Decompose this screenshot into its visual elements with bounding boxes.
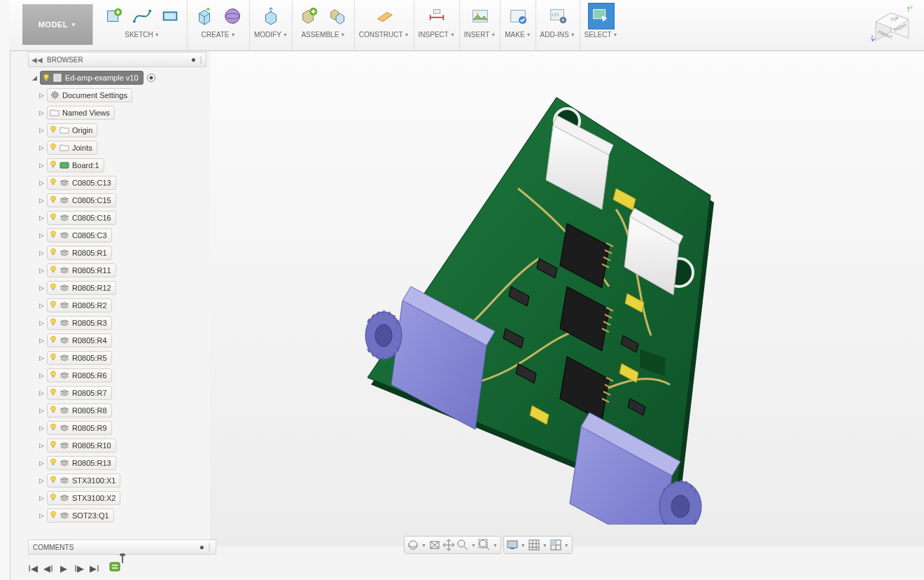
timeline-start-icon[interactable]: I◀ <box>28 563 38 573</box>
lightbulb-icon[interactable] <box>50 352 57 364</box>
expand-icon[interactable]: ▷ <box>38 354 45 361</box>
rectangle-icon[interactable] <box>158 4 183 29</box>
expand-icon[interactable]: ▷ <box>38 424 45 431</box>
timeline-feature[interactable] <box>109 560 122 573</box>
expand-icon[interactable]: ▷ <box>38 162 45 169</box>
tree-item[interactable]: ▷R0805:R11 <box>28 261 206 279</box>
lightbulb-icon[interactable] <box>50 212 57 223</box>
tree-item[interactable]: ▷STX3100:X2 <box>28 489 206 506</box>
fit-icon[interactable] <box>477 538 491 552</box>
lightbulb-icon[interactable] <box>50 230 57 241</box>
browser-header[interactable]: ◀◀ BROWSER ● ┆ <box>28 52 206 67</box>
expand-icon[interactable]: ▷ <box>38 92 45 99</box>
lightbulb-icon[interactable] <box>50 370 57 381</box>
new-component-icon[interactable] <box>297 4 322 29</box>
tree-item[interactable]: ▷R0805:R10 <box>28 436 206 454</box>
collapse-icon[interactable]: ◀◀ <box>31 56 43 64</box>
expand-icon[interactable]: ◢ <box>31 74 38 81</box>
expand-icon[interactable]: ▷ <box>38 442 45 449</box>
press-pull-icon[interactable] <box>258 4 284 29</box>
browser-settings-icon[interactable]: ● <box>191 55 196 64</box>
lightbulb-icon[interactable] <box>50 160 57 171</box>
lightbulb-icon[interactable] <box>50 177 57 188</box>
lightbulb-icon[interactable] <box>50 422 57 434</box>
expand-icon[interactable]: ▷ <box>38 407 45 414</box>
timeline-play-icon[interactable]: ▶ <box>59 563 69 573</box>
comments-resize-handle[interactable]: ┆ <box>207 544 211 551</box>
expand-icon[interactable]: ▷ <box>38 109 45 116</box>
plane-icon[interactable] <box>372 4 397 29</box>
expand-icon[interactable]: ▷ <box>38 267 45 274</box>
lightbulb-icon[interactable] <box>50 475 57 486</box>
expand-icon[interactable]: ▷ <box>38 460 45 467</box>
timeline-step-fwd-icon[interactable]: I▶ <box>74 563 84 573</box>
lightbulb-icon[interactable] <box>50 300 57 311</box>
tree-item[interactable]: ▷R0805:R4 <box>28 331 206 349</box>
spline-icon[interactable] <box>130 4 155 29</box>
pan-icon[interactable] <box>442 538 456 552</box>
lightbulb-icon[interactable] <box>50 247 57 258</box>
zoom-icon[interactable] <box>456 538 470 552</box>
expand-icon[interactable]: ▷ <box>38 127 45 134</box>
activate-radio-icon[interactable] <box>146 73 156 83</box>
expand-icon[interactable]: ▷ <box>38 232 45 239</box>
lightbulb-icon[interactable] <box>50 457 57 469</box>
tree-item[interactable]: ▷R0805:R5 <box>28 349 206 366</box>
lightbulb-icon[interactable] <box>50 282 57 294</box>
tree-item[interactable]: ▷R0805:R8 <box>28 401 206 419</box>
lightbulb-icon[interactable] <box>50 440 57 451</box>
tree-root-row[interactable]: ◢ Ed-amp-example v10 <box>28 69 206 86</box>
select-tool-icon[interactable] <box>588 3 615 29</box>
tree-item[interactable]: ▷C0805:C3 <box>28 226 206 244</box>
tree-item[interactable]: ▷Joints <box>28 139 206 156</box>
workspace-switcher[interactable]: MODEL▼ <box>22 4 93 45</box>
sphere-icon[interactable] <box>220 4 245 29</box>
tree-item[interactable]: ▷Named Views <box>28 104 206 121</box>
tree-item[interactable]: ▷STX3100:X1 <box>28 471 206 489</box>
expand-icon[interactable]: ▷ <box>38 512 45 519</box>
orbit-icon[interactable] <box>406 538 420 552</box>
tree-item[interactable]: ▷R0805:R2 <box>28 296 206 314</box>
expand-icon[interactable]: ▷ <box>38 284 45 291</box>
look-at-icon[interactable] <box>428 538 442 552</box>
expand-icon[interactable]: ▷ <box>38 319 45 326</box>
lightbulb-icon[interactable] <box>50 492 57 504</box>
tree-item[interactable]: ▷C0805:C15 <box>28 191 206 209</box>
expand-icon[interactable]: ▷ <box>38 389 45 396</box>
lightbulb-icon[interactable] <box>50 125 57 136</box>
lightbulb-icon[interactable] <box>50 335 57 346</box>
view-cube[interactable]: Y Z TOP FRONT RIGHT <box>869 3 920 53</box>
expand-icon[interactable]: ▷ <box>38 197 45 204</box>
expand-icon[interactable]: ▷ <box>38 372 45 379</box>
timeline-end-icon[interactable]: ▶I <box>90 563 99 573</box>
lightbulb-icon[interactable] <box>50 195 57 206</box>
tree-item[interactable]: ▷Board:1 <box>28 156 206 174</box>
expand-icon[interactable]: ▷ <box>38 302 45 309</box>
tree-item[interactable]: ▷SOT23:Q1 <box>28 506 206 524</box>
model-viewport[interactable] <box>210 52 924 546</box>
tree-item[interactable]: ▷R0805:R1 <box>28 244 206 261</box>
tree-item[interactable]: ▷R0805:R3 <box>28 314 206 331</box>
comments-settings-icon[interactable]: ● <box>200 542 204 552</box>
browser-resize-handle[interactable]: ┆ <box>199 56 203 64</box>
new-sketch-icon[interactable] <box>102 4 127 29</box>
tree-item[interactable]: ▷R0805:R13 <box>28 454 206 471</box>
expand-icon[interactable]: ▷ <box>38 337 45 344</box>
tree-item[interactable]: ▷R0805:R6 <box>28 366 206 384</box>
grid-settings-icon[interactable] <box>527 538 541 552</box>
expand-icon[interactable]: ▷ <box>38 214 45 221</box>
lightbulb-icon[interactable] <box>50 265 57 276</box>
tree-item[interactable]: ▷C0805:C16 <box>28 209 206 226</box>
expand-icon[interactable]: ▷ <box>38 249 45 256</box>
print-3d-icon[interactable] <box>505 4 531 29</box>
display-settings-icon[interactable] <box>505 538 519 552</box>
tree-item[interactable]: ▷Origin <box>28 121 206 139</box>
expand-icon[interactable]: ▷ <box>38 179 45 186</box>
lightbulb-icon[interactable] <box>50 510 57 521</box>
extrude-icon[interactable] <box>192 4 217 29</box>
lightbulb-icon[interactable] <box>50 142 57 153</box>
lightbulb-icon[interactable] <box>50 405 57 416</box>
tree-item[interactable]: ▷C0805:C13 <box>28 174 206 191</box>
measure-icon[interactable] <box>424 4 449 29</box>
viewport-layout-icon[interactable] <box>549 538 563 552</box>
